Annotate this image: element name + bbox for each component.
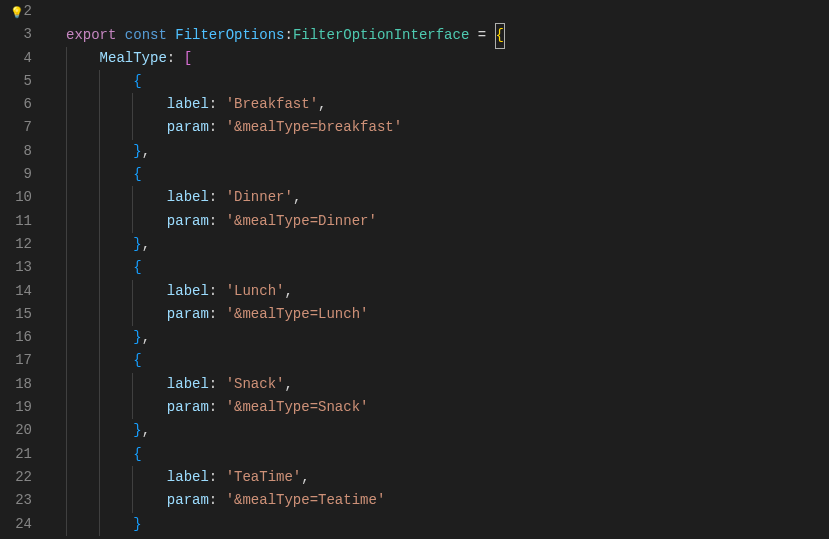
string-literal: 'Dinner' — [226, 189, 293, 205]
code-line[interactable]: }, — [50, 326, 829, 349]
colon: : — [209, 399, 217, 415]
string-literal: 'Breakfast' — [226, 96, 318, 112]
string-literal: 'Snack' — [226, 376, 285, 392]
line-number: 9 — [0, 163, 32, 186]
open-brace: { — [133, 352, 141, 368]
code-line[interactable]: param: '&mealType=Lunch' — [50, 303, 829, 326]
line-number: 12 — [0, 233, 32, 256]
code-line[interactable]: { — [50, 256, 829, 279]
colon: : — [209, 213, 217, 229]
colon: : — [209, 96, 217, 112]
code-line[interactable]: MealType: [ — [50, 47, 829, 70]
string-literal: '&mealType=Teatime' — [226, 492, 386, 508]
property-label: label — [167, 96, 209, 112]
close-brace: } — [133, 329, 141, 345]
line-number: 5 — [0, 70, 32, 93]
property-param: param — [167, 306, 209, 322]
colon: : — [209, 492, 217, 508]
line-number-gutter: 2 3 4 5 6 7 8 9 10 11 12 13 14 15 16 17 … — [0, 0, 50, 539]
string-literal: '&mealType=Lunch' — [226, 306, 369, 322]
colon: : — [209, 119, 217, 135]
open-brace: { — [133, 259, 141, 275]
code-line[interactable]: { — [50, 70, 829, 93]
line-number: 17 — [0, 349, 32, 372]
close-brace: } — [133, 236, 141, 252]
comma: , — [301, 469, 309, 485]
colon: : — [209, 376, 217, 392]
colon: : — [209, 283, 217, 299]
property-label: label — [167, 189, 209, 205]
open-brace: { — [133, 166, 141, 182]
equals: = — [469, 27, 494, 43]
line-number: 21 — [0, 443, 32, 466]
close-brace: } — [133, 143, 141, 159]
code-line[interactable]: }, — [50, 140, 829, 163]
comma: , — [142, 329, 150, 345]
open-brace: { — [495, 23, 505, 48]
colon: : — [167, 50, 175, 66]
colon: : — [209, 306, 217, 322]
code-line[interactable]: 💡 — [50, 0, 829, 23]
string-literal: 'TeaTime' — [226, 469, 302, 485]
colon: : — [284, 27, 292, 43]
property-label: label — [167, 283, 209, 299]
code-line[interactable]: param: '&mealType=Teatime' — [50, 489, 829, 512]
code-line[interactable]: { — [50, 163, 829, 186]
code-line[interactable]: label: 'Lunch', — [50, 280, 829, 303]
line-number: 16 — [0, 326, 32, 349]
colon: : — [209, 469, 217, 485]
property-label: label — [167, 376, 209, 392]
code-line[interactable]: param: '&mealType=Snack' — [50, 396, 829, 419]
line-number: 7 — [0, 116, 32, 139]
comma: , — [142, 143, 150, 159]
keyword-const: const — [125, 27, 167, 43]
property-param: param — [167, 399, 209, 415]
code-line[interactable]: label: 'TeaTime', — [50, 466, 829, 489]
line-number: 22 — [0, 466, 32, 489]
line-number: 6 — [0, 93, 32, 116]
property-mealtype: MealType — [100, 50, 167, 66]
comma: , — [293, 189, 301, 205]
property-param: param — [167, 119, 209, 135]
property-label: label — [167, 469, 209, 485]
lightbulb-icon[interactable]: 💡 — [10, 2, 24, 25]
code-line[interactable]: { — [50, 349, 829, 372]
comma: , — [142, 422, 150, 438]
string-literal: '&mealType=Snack' — [226, 399, 369, 415]
code-line[interactable]: export const FilterOptions:FilterOptionI… — [50, 23, 829, 46]
line-number: 8 — [0, 140, 32, 163]
line-number: 18 — [0, 373, 32, 396]
code-line[interactable]: label: 'Snack', — [50, 373, 829, 396]
code-line[interactable]: label: 'Dinner', — [50, 186, 829, 209]
string-literal: '&mealType=breakfast' — [226, 119, 402, 135]
comma: , — [284, 283, 292, 299]
code-line[interactable]: } — [50, 513, 829, 536]
code-line[interactable]: { — [50, 443, 829, 466]
line-number: 13 — [0, 256, 32, 279]
colon: : — [209, 189, 217, 205]
line-number: 14 — [0, 280, 32, 303]
type-name: FilterOptionInterface — [293, 27, 469, 43]
code-line[interactable]: }, — [50, 419, 829, 442]
line-number: 19 — [0, 396, 32, 419]
string-literal: '&mealType=Dinner' — [226, 213, 377, 229]
line-number: 3 — [0, 23, 32, 46]
line-number: 23 — [0, 489, 32, 512]
line-number: 20 — [0, 419, 32, 442]
code-content[interactable]: 💡 export const FilterOptions:FilterOptio… — [50, 0, 829, 539]
code-line[interactable]: }, — [50, 233, 829, 256]
comma: , — [284, 376, 292, 392]
open-brace: { — [133, 73, 141, 89]
code-line[interactable]: param: '&mealType=Dinner' — [50, 210, 829, 233]
close-brace: } — [133, 516, 141, 532]
code-editor[interactable]: 2 3 4 5 6 7 8 9 10 11 12 13 14 15 16 17 … — [0, 0, 829, 539]
property-param: param — [167, 213, 209, 229]
comma: , — [142, 236, 150, 252]
line-number: 10 — [0, 186, 32, 209]
close-brace: } — [133, 422, 141, 438]
comma: , — [318, 96, 326, 112]
line-number: 15 — [0, 303, 32, 326]
line-number: 4 — [0, 47, 32, 70]
code-line[interactable]: param: '&mealType=breakfast' — [50, 116, 829, 139]
code-line[interactable]: label: 'Breakfast', — [50, 93, 829, 116]
